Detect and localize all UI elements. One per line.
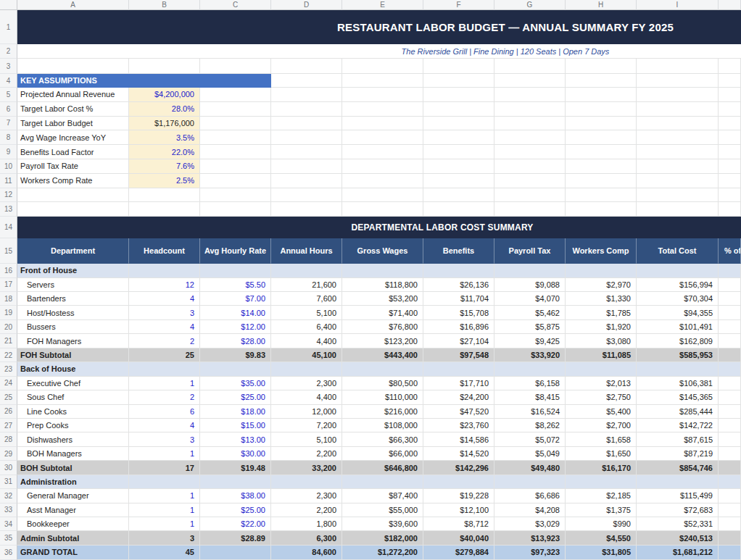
cell-empty[interactable] <box>637 188 719 203</box>
cell-empty[interactable] <box>423 130 494 145</box>
cell-empty[interactable] <box>637 174 719 188</box>
cell-F26[interactable]: $47,520 <box>423 405 494 419</box>
cell-H25[interactable]: $2,750 <box>566 390 637 404</box>
cell-E33[interactable]: $55,000 <box>342 503 423 517</box>
cell-G26[interactable]: $16,524 <box>494 405 566 419</box>
cell-C23[interactable] <box>200 362 271 376</box>
cell-I25[interactable]: $145,365 <box>637 390 719 404</box>
assumptions-title-cell[interactable]: KEY ASSUMPTIONS <box>17 74 271 88</box>
cell-empty[interactable] <box>566 159 637 174</box>
cell-empty[interactable] <box>17 188 129 203</box>
cell-empty[interactable] <box>719 188 741 203</box>
cell-I29[interactable]: $87,219 <box>637 447 719 461</box>
row-header-21[interactable]: 21 <box>0 334 17 348</box>
cell-H28[interactable]: $1,658 <box>566 432 637 446</box>
table-header-5[interactable]: Benefits <box>423 238 494 264</box>
cell-G36[interactable]: $97,323 <box>494 546 566 560</box>
cell-H36[interactable]: $31,805 <box>566 546 637 560</box>
cell-D19[interactable]: 5,100 <box>271 306 342 319</box>
cell-H31[interactable] <box>566 475 637 489</box>
cell-empty[interactable] <box>271 74 342 88</box>
row-header-15[interactable]: 15 <box>0 238 17 264</box>
cell-C26[interactable]: $18.00 <box>200 405 271 419</box>
table-header-1[interactable]: Headcount <box>129 238 200 264</box>
cell-empty[interactable] <box>566 88 637 102</box>
cell-H19[interactable]: $1,785 <box>566 306 637 319</box>
cell-F28[interactable]: $14,586 <box>423 432 494 446</box>
cell-B26[interactable]: 6 <box>129 405 200 419</box>
cell-G32[interactable]: $6,686 <box>494 489 566 503</box>
cell-D18[interactable]: 7,600 <box>271 292 342 306</box>
cell-J35[interactable] <box>719 531 741 545</box>
row-header-7[interactable]: 7 <box>0 117 17 131</box>
cell-C21[interactable]: $28.00 <box>200 334 271 348</box>
cell-I21[interactable]: $162,809 <box>637 334 719 348</box>
cell-A36[interactable]: GRAND TOTAL <box>17 546 129 560</box>
cell-A35[interactable]: Admin Subtotal <box>17 531 129 545</box>
cell-B34[interactable]: 1 <box>129 517 200 531</box>
cell-G21[interactable]: $9,425 <box>494 334 566 348</box>
row-header-13[interactable]: 13 <box>0 202 17 217</box>
cell-E30[interactable]: $646,800 <box>342 461 423 475</box>
cell-empty[interactable] <box>423 59 494 74</box>
cell-C34[interactable]: $22.00 <box>200 517 271 531</box>
cell-H16[interactable] <box>566 264 637 277</box>
cell-empty[interactable] <box>423 188 494 203</box>
cell-D32[interactable]: 2,300 <box>271 489 342 503</box>
cell-empty[interactable] <box>200 88 271 102</box>
cell-E17[interactable]: $118,800 <box>342 278 423 292</box>
cell-empty[interactable] <box>719 130 741 145</box>
row-header-27[interactable]: 27 <box>0 419 17 432</box>
cell-E21[interactable]: $123,200 <box>342 334 423 348</box>
cell-empty[interactable] <box>271 59 342 74</box>
cell-empty[interactable] <box>494 117 566 131</box>
row-header-12[interactable]: 12 <box>0 188 17 203</box>
column-header-partial[interactable] <box>719 0 741 10</box>
cell-empty[interactable] <box>566 130 637 145</box>
assumption-value[interactable]: 3.5% <box>129 130 200 145</box>
cell-empty[interactable] <box>271 117 342 131</box>
cell-I32[interactable]: $115,499 <box>637 489 719 503</box>
cell-empty[interactable] <box>494 174 566 188</box>
cell-G31[interactable] <box>494 475 566 489</box>
cell-empty[interactable] <box>637 202 719 217</box>
cell-H22[interactable]: $11,085 <box>566 348 637 362</box>
cell-D28[interactable]: 5,100 <box>271 432 342 446</box>
assumption-label[interactable]: Benefits Load Factor <box>17 145 129 159</box>
cell-F16[interactable] <box>423 264 494 277</box>
cell-C25[interactable]: $25.00 <box>200 390 271 404</box>
cell-empty[interactable] <box>129 202 200 217</box>
row-header-14[interactable]: 14 <box>0 217 17 238</box>
cell-F35[interactable]: $40,040 <box>423 531 494 545</box>
cell-empty[interactable] <box>637 159 719 174</box>
row-header-25[interactable]: 25 <box>0 390 17 404</box>
row-header-17[interactable]: 17 <box>0 278 17 292</box>
row-header-24[interactable]: 24 <box>0 377 17 390</box>
row-header-3[interactable]: 3 <box>0 59 17 74</box>
cell-E16[interactable] <box>342 264 423 277</box>
cell-H34[interactable]: $990 <box>566 517 637 531</box>
row-header-6[interactable]: 6 <box>0 102 17 117</box>
cell-empty[interactable] <box>342 102 423 117</box>
cell-A22[interactable]: FOH Subtotal <box>17 348 129 362</box>
row-header-10[interactable]: 10 <box>0 159 17 174</box>
cell-D30[interactable]: 33,200 <box>271 461 342 475</box>
cell-empty[interactable] <box>17 202 129 217</box>
cell-B24[interactable]: 1 <box>129 377 200 390</box>
cell-G34[interactable]: $3,029 <box>494 517 566 531</box>
cell-D29[interactable]: 2,200 <box>271 447 342 461</box>
assumption-value[interactable]: $4,200,000 <box>129 88 200 102</box>
cell-J19[interactable] <box>719 306 741 319</box>
cell-empty[interactable] <box>271 130 342 145</box>
table-header-2[interactable]: Avg Hourly Rate <box>200 238 271 264</box>
cell-D20[interactable]: 6,400 <box>271 320 342 334</box>
cell-B25[interactable]: 2 <box>129 390 200 404</box>
assumption-value[interactable]: 22.0% <box>129 145 200 159</box>
table-header-4[interactable]: Gross Wages <box>342 238 423 264</box>
column-header-G[interactable]: G <box>494 0 566 10</box>
cell-empty[interactable] <box>342 117 423 131</box>
cell-empty[interactable] <box>719 159 741 174</box>
cell-F27[interactable]: $23,760 <box>423 419 494 432</box>
table-header-9[interactable]: % of <box>719 238 741 264</box>
cell-I34[interactable]: $52,331 <box>637 517 719 531</box>
